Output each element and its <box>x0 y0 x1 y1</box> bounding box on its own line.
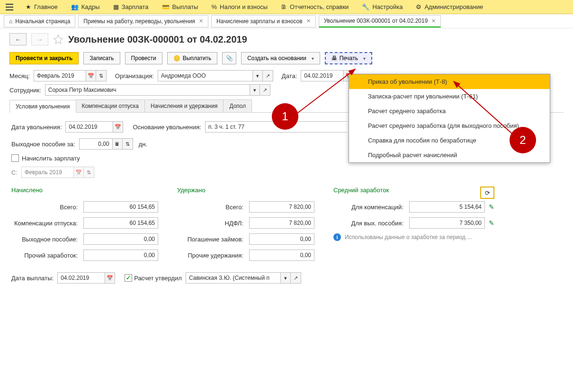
dismissal-date-field[interactable]: 04.02.2019 📅 <box>65 121 123 133</box>
dismissal-date-label: Дата увольнения: <box>11 124 62 131</box>
loan-value[interactable]: 0,00 <box>249 233 314 245</box>
vac-comp-label: Компенсации отпуска: <box>11 220 78 227</box>
days-unit: дн. <box>139 141 147 148</box>
people-icon: 👥 <box>71 3 79 10</box>
menu-main[interactable]: ★Главное <box>19 0 64 14</box>
open-icon[interactable]: ↗ <box>291 272 301 284</box>
withheld-header: Удержано <box>177 187 314 194</box>
for-comp-value[interactable]: 5 154,64 <box>409 201 485 213</box>
menu-admin[interactable]: ⚙Администрирование <box>409 0 490 14</box>
menu-kadry[interactable]: 👥Кадры <box>64 0 107 14</box>
month-field[interactable]: Февраль 2019 📅 ⇅ <box>34 70 107 81</box>
from-field[interactable]: Февраль 2019 📅 ⇅ <box>21 167 94 178</box>
post-and-close-button[interactable]: Провести и закрыть <box>9 52 79 64</box>
close-icon[interactable]: ✕ <box>431 18 436 24</box>
menu-taxes[interactable]: %Налоги и взносы <box>205 0 274 14</box>
calc-salary-label: Начислить зарплату <box>22 155 80 162</box>
tab-compensations[interactable]: Компенсации отпуска <box>76 99 145 112</box>
vac-comp-value[interactable]: 60 154,65 <box>83 217 158 229</box>
pay-button[interactable]: 🪙Выплатить <box>167 52 218 64</box>
tab-home[interactable]: ⌂ Начальная страница <box>4 15 75 27</box>
employee-label: Сотрудник: <box>9 87 41 94</box>
print-button[interactable]: 🖶Печать <box>325 52 372 64</box>
favorite-star-icon[interactable] <box>53 34 63 45</box>
org-field[interactable]: Андромеда ООО ▾ ↗ <box>158 70 273 81</box>
approver-field[interactable]: Савинская З.Ю. (Системный п ▾ ↗ <box>186 272 301 284</box>
severance-field[interactable]: 0,00 🖩 ⇅ <box>79 138 133 150</box>
tab-uvolnenie[interactable]: Увольнение 00ЗК-000001 от 04.02.2019✕ <box>319 15 441 27</box>
other-income-value[interactable]: 0,00 <box>83 249 158 261</box>
open-icon[interactable]: ↗ <box>260 84 270 96</box>
accrued-total[interactable]: 60 154,65 <box>83 201 158 213</box>
totals-area: Начислено Всего:60 154,65 Компенсации от… <box>11 187 562 266</box>
spinner-icon[interactable]: ⇅ <box>96 70 107 81</box>
annotation-badge-1: 1 <box>272 103 298 130</box>
approved-label: Расчет утвердил <box>134 275 182 282</box>
back-button[interactable]: ← <box>9 33 27 45</box>
avg-header: Средний заработок <box>333 187 480 194</box>
other-income-label: Прочий заработок: <box>11 252 78 259</box>
tab-nachislenie[interactable]: Начисление зарплаты и взносов✕ <box>211 15 316 27</box>
severance-row-label: Выходное пособие: <box>11 236 78 243</box>
employee-field[interactable]: Сорока Петр Максимович ▾ ↗ <box>45 84 270 96</box>
calc-salary-checkbox[interactable] <box>11 154 19 162</box>
pencil-icon[interactable]: ✎ <box>489 203 494 211</box>
tab-priemy[interactable]: Приемы на работу, переводы, увольнения✕ <box>78 15 208 27</box>
date-label: Дата: <box>282 72 297 80</box>
dropdown-icon[interactable]: ▾ <box>250 84 260 96</box>
open-icon[interactable]: ↗ <box>263 70 273 81</box>
dropdown-icon[interactable]: ▾ <box>280 272 291 284</box>
tab-conditions[interactable]: Условия увольнения <box>9 100 76 113</box>
refresh-button[interactable]: ⟳ <box>480 187 494 199</box>
wallet-icon: 💳 <box>162 3 170 10</box>
calendar-icon[interactable]: 📅 <box>86 70 96 81</box>
menu-salary[interactable]: ▦Зарплата <box>107 0 155 14</box>
approved-checkbox[interactable] <box>125 274 132 282</box>
calendar-icon[interactable]: 📅 <box>105 272 115 284</box>
dropdown-icon[interactable]: ▾ <box>252 70 263 81</box>
tabs-row: ⌂ Начальная страница Приемы на работу, п… <box>0 14 573 28</box>
star-icon: ★ <box>26 3 31 10</box>
pencil-icon[interactable]: ✎ <box>489 219 494 227</box>
menu-settings[interactable]: 🔧Настройка <box>355 0 409 14</box>
reason-label: Основание увольнения: <box>133 124 201 131</box>
for-severance-value[interactable]: 7 350,00 <box>409 217 485 229</box>
forward-button[interactable]: → <box>31 33 48 45</box>
severance-row-value[interactable]: 0,00 <box>83 233 158 245</box>
create-based-button[interactable]: Создать на основании <box>241 52 320 64</box>
menu-payouts[interactable]: 💳Выплаты <box>155 0 205 14</box>
info-text[interactable]: Использованы данные о заработке за перио… <box>345 234 472 241</box>
calculator-icon[interactable]: 🖩 <box>112 138 123 150</box>
coins-icon: 🪙 <box>173 55 180 62</box>
for-comp-label: Для компенсаций: <box>347 204 403 211</box>
tab-accruals[interactable]: Начисления и удержания <box>144 99 224 112</box>
loan-label: Погашение займов: <box>177 236 243 243</box>
calendar-icon[interactable]: 📅 <box>113 121 123 133</box>
ndfl-value[interactable]: 7 820,00 <box>249 217 314 229</box>
post-button[interactable]: Провести <box>125 52 162 64</box>
hamburger-icon[interactable] <box>4 1 15 13</box>
accrued-total-label: Всего: <box>11 204 78 211</box>
save-button[interactable]: Записать <box>83 52 120 64</box>
spinner-icon[interactable]: ⇅ <box>84 167 94 178</box>
pay-date-label: Дата выплаты: <box>11 275 54 282</box>
other-withheld-value[interactable]: 0,00 <box>249 249 314 261</box>
menu-reports[interactable]: 🗎Отчетность, справки <box>274 0 355 14</box>
print-item-avg[interactable]: Расчет среднего заработка <box>349 104 550 118</box>
withheld-total[interactable]: 7 820,00 <box>249 201 314 213</box>
tab-additional[interactable]: Допол <box>223 99 252 112</box>
printer-icon: 🖶 <box>331 55 337 62</box>
from-label: С: <box>11 169 18 176</box>
calendar-icon[interactable]: 📅 <box>73 167 84 178</box>
print-item-t8[interactable]: Приказ об увольнении (Т-8) <box>349 74 550 89</box>
paperclip-icon: 📎 <box>226 55 233 62</box>
close-icon[interactable]: ✕ <box>306 18 311 24</box>
date-field[interactable]: 04.02.2019 📅 <box>301 70 354 81</box>
pay-date-field[interactable]: 04.02.2019 📅 <box>57 272 115 284</box>
attach-button[interactable]: 📎 <box>222 52 236 64</box>
top-menu: ★Главное 👥Кадры ▦Зарплата 💳Выплаты %Нало… <box>0 0 573 14</box>
close-icon[interactable]: ✕ <box>199 18 203 24</box>
print-item-t61[interactable]: Записка-расчет при увольнении (Т-61) <box>349 89 550 104</box>
spinner-icon[interactable]: ⇅ <box>123 138 133 150</box>
annotation-badge-2: 2 <box>510 127 536 153</box>
